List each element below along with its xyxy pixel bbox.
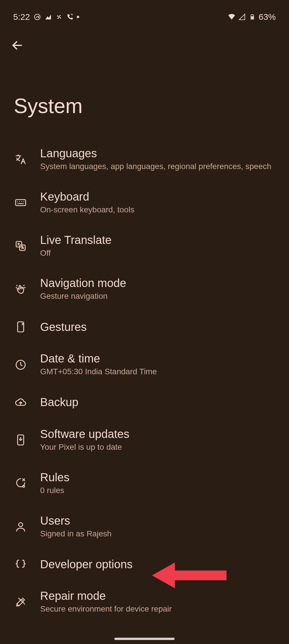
back-button[interactable] [9, 37, 25, 53]
wifi-icon [228, 13, 236, 21]
rules-icon [14, 476, 28, 490]
svg-rect-4 [16, 200, 26, 206]
battery-icon [248, 13, 256, 21]
svg-point-11 [19, 523, 23, 527]
item-repair-mode[interactable]: Repair mode Secure environment for devic… [0, 580, 289, 624]
item-rules[interactable]: Rules 0 rules [0, 462, 289, 505]
live-translate-icon [14, 239, 28, 253]
item-title: Users [40, 514, 112, 527]
item-subtitle: 0 rules [40, 485, 69, 496]
item-developer-options[interactable]: Developer options [0, 548, 289, 580]
tools-icon [14, 595, 28, 609]
pinwheel-icon [55, 13, 63, 21]
item-title: Repair mode [40, 589, 172, 602]
item-navigation-mode[interactable]: Navigation mode Gesture navigation [0, 267, 289, 311]
item-subtitle: Off [40, 248, 112, 259]
gesture-icon [14, 282, 28, 296]
item-subtitle: Secure environment for device repair [40, 604, 172, 614]
navigation-bar-pill[interactable] [114, 638, 175, 640]
arrow-left-icon [11, 39, 24, 52]
item-subtitle: Signed in as Rajesh [40, 528, 112, 539]
more-notifications-dot [77, 16, 79, 18]
item-title: Navigation mode [40, 277, 126, 290]
item-title: Keyboard [40, 190, 134, 203]
item-keyboard[interactable]: Keyboard On-screen keyboard, tools [0, 181, 289, 224]
clock-icon [14, 358, 28, 372]
item-software-updates[interactable]: Software updates Your Pixel is up to dat… [0, 418, 289, 462]
item-title: Developer options [40, 558, 132, 571]
translate-icon [14, 152, 28, 166]
status-notification-icons [33, 13, 79, 21]
svg-rect-3 [251, 16, 253, 19]
item-languages[interactable]: Languages System languages, app language… [0, 138, 289, 181]
svg-rect-2 [251, 14, 253, 15]
item-subtitle: Your Pixel is up to date [40, 442, 129, 453]
svg-point-10 [23, 485, 25, 487]
item-date-time[interactable]: Date & time GMT+05:30 India Standard Tim… [0, 343, 289, 386]
item-title: Rules [40, 471, 69, 484]
item-title: Live Translate [40, 234, 112, 247]
status-right: 63% [228, 12, 276, 22]
page-title: System [0, 57, 289, 135]
cloud-upload-icon [14, 395, 28, 409]
item-title: Languages [40, 147, 271, 160]
status-time: 5:22 [13, 12, 30, 22]
status-bar: 5:22 63% [0, 0, 289, 26]
item-subtitle: GMT+05:30 India Standard Time [40, 366, 157, 377]
item-subtitle: Gesture navigation [40, 291, 126, 302]
item-backup[interactable]: Backup [0, 386, 289, 418]
item-subtitle: On-screen keyboard, tools [40, 204, 134, 215]
status-left: 5:22 [13, 12, 79, 22]
item-title: Gestures [40, 321, 87, 333]
item-users[interactable]: Users Signed in as Rajesh [0, 505, 289, 548]
threads-icon [33, 13, 41, 21]
settings-list: Languages System languages, app language… [0, 135, 289, 624]
person-icon [14, 520, 28, 534]
item-title: Software updates [40, 428, 129, 441]
item-title: Backup [40, 396, 78, 409]
phone-download-icon [14, 433, 28, 447]
svg-point-0 [35, 14, 40, 20]
keyboard-icon [14, 196, 28, 210]
braces-icon [14, 557, 28, 571]
item-live-translate[interactable]: Live Translate Off [0, 224, 289, 268]
phone-gesture-icon [14, 320, 28, 334]
battery-percent: 63% [259, 12, 276, 22]
phone-call-icon [66, 13, 74, 21]
item-gestures[interactable]: Gestures [0, 311, 289, 343]
item-title: Date & time [40, 352, 157, 365]
chart-icon [44, 13, 52, 21]
item-subtitle: System languages, app languages, regiona… [40, 161, 271, 172]
signal-icon [238, 13, 246, 21]
